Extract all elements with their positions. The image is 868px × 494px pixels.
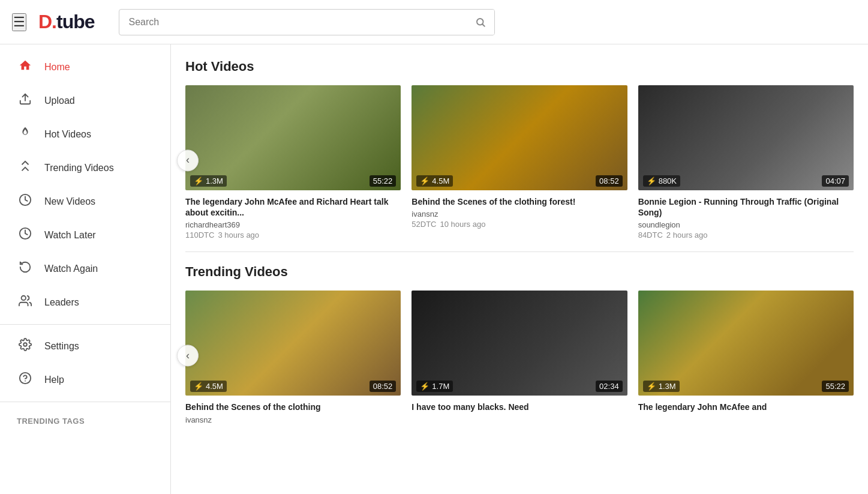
- sidebar-item-home[interactable]: Home: [0, 50, 170, 84]
- sidebar-label-watch-later: Watch Later: [44, 230, 96, 241]
- trending-tags-label: TRENDING TAGS: [0, 407, 170, 430]
- hot-video-card-2[interactable]: ⚡ 4.5M 08:52 Behind the Scenes of the cl…: [412, 85, 627, 239]
- content-area: Hot Videos ‹ ⚡ 1.3M 55:22: [171, 44, 868, 494]
- hot-video-thumb-2: ⚡ 4.5M 08:52: [412, 85, 627, 190]
- logo[interactable]: D.tube: [38, 11, 95, 33]
- trending-video-card-1[interactable]: ⚡ 4.5M 08:52 Behind the Scenes of the cl…: [185, 291, 401, 425]
- trending-videos-section: Trending Videos ‹ ⚡ 4.5M 08:52: [185, 264, 854, 425]
- thumb-power-1: ⚡ 1.3M: [190, 175, 227, 187]
- trending-thumb-overlay-2: ⚡ 1.7M 02:34: [412, 377, 627, 396]
- svg-point-6: [23, 343, 27, 346]
- hot-video-author-1: richardheart369: [185, 220, 401, 229]
- upload-icon: [17, 92, 34, 109]
- hot-videos-icon: [17, 126, 34, 143]
- power-icon-3: ⚡: [647, 176, 656, 185]
- trending-power-icon-2: ⚡: [420, 382, 430, 391]
- trending-power-value-3: 1.3M: [659, 382, 676, 391]
- hot-video-title-2: Behind the Scenes of the clothing forest…: [412, 196, 627, 207]
- search-input[interactable]: [119, 17, 467, 28]
- logo-text: D.tube: [38, 11, 95, 33]
- hot-video-card-1[interactable]: ⚡ 1.3M 55:22 The legendary John McAfee a…: [185, 85, 401, 239]
- hot-video-meta-2: ivansnz 52DTC 10 hours ago: [412, 209, 627, 229]
- sidebar-item-new-videos[interactable]: New Videos: [0, 185, 170, 218]
- trending-video-thumb-3: ⚡ 1.3M 55:22: [638, 291, 854, 396]
- sidebar: Home Upload Hot Videos Trending Videos N…: [0, 44, 171, 494]
- trending-thumb-power-3: ⚡ 1.3M: [643, 381, 680, 392]
- sidebar-item-leaders[interactable]: Leaders: [0, 286, 170, 319]
- sidebar-item-hot-videos[interactable]: Hot Videos: [0, 118, 170, 151]
- logo-tube: tube: [56, 11, 95, 32]
- hot-video-time-3: 2 hours ago: [666, 230, 708, 239]
- trending-thumb-duration-3: 55:22: [822, 381, 849, 392]
- home-icon: [17, 59, 34, 76]
- hot-videos-section: Hot Videos ‹ ⚡ 1.3M 55:22: [185, 59, 854, 239]
- hot-video-stats-2: 52DTC 10 hours ago: [412, 220, 627, 229]
- thumb-duration-1: 55:22: [370, 175, 397, 187]
- trending-thumb-power-2: ⚡ 1.7M: [416, 381, 453, 392]
- hot-videos-prev-button[interactable]: ‹: [177, 149, 199, 171]
- thumb-overlay-2: ⚡ 4.5M 08:52: [412, 172, 627, 190]
- trending-videos-carousel: ‹ ⚡ 4.5M 08:52: [185, 291, 854, 425]
- power-value-3: 880K: [659, 176, 677, 185]
- search-bar: [119, 9, 495, 35]
- trending-power-value-1: 4.5M: [206, 382, 223, 391]
- hot-video-meta-1: richardheart369 110DTC 3 hours ago: [185, 220, 401, 239]
- help-icon: [17, 372, 34, 388]
- trending-video-title-1: Behind the Scenes of the clothing: [185, 402, 401, 412]
- sidebar-label-new-videos: New Videos: [44, 196, 95, 207]
- thumb-duration-3: 04:07: [822, 175, 849, 187]
- thumb-duration-2: 08:52: [596, 175, 623, 187]
- hot-video-stats-1: 110DTC 3 hours ago: [185, 230, 401, 239]
- trending-video-title-2: I have too many blacks. Need: [412, 402, 627, 412]
- power-icon-1: ⚡: [194, 176, 203, 185]
- hot-video-meta-3: soundlegion 84DTC 2 hours ago: [638, 220, 854, 239]
- trending-video-title-3: The legendary John McAfee and: [638, 402, 854, 412]
- thumb-power-2: ⚡ 4.5M: [416, 175, 453, 187]
- hot-video-title-1: The legendary John McAfee and Richard He…: [185, 196, 401, 218]
- power-value-1: 1.3M: [206, 176, 223, 185]
- sidebar-item-trending-videos[interactable]: Trending Videos: [0, 151, 170, 185]
- hot-videos-grid: ⚡ 1.3M 55:22 The legendary John McAfee a…: [185, 85, 854, 239]
- trending-power-icon-3: ⚡: [647, 382, 656, 391]
- trending-power-value-2: 1.7M: [432, 382, 449, 391]
- power-icon-2: ⚡: [420, 176, 430, 185]
- section-divider: [185, 252, 854, 252]
- thumb-overlay-3: ⚡ 880K 04:07: [638, 172, 854, 190]
- sidebar-label-leaders: Leaders: [44, 297, 79, 308]
- trending-videos-title: Trending Videos: [185, 264, 854, 280]
- hot-video-time-1: 3 hours ago: [218, 230, 259, 239]
- logo-dot: .: [52, 11, 56, 32]
- trending-video-meta-1: ivansnz: [185, 415, 401, 424]
- sidebar-item-settings[interactable]: Settings: [0, 330, 170, 363]
- sidebar-item-watch-later[interactable]: Watch Later: [0, 218, 170, 252]
- trending-icon: [17, 160, 34, 176]
- trending-videos-prev-button[interactable]: ‹: [177, 345, 199, 367]
- trending-video-author-1: ivansnz: [185, 415, 401, 424]
- new-videos-icon: [17, 193, 34, 210]
- power-value-2: 4.5M: [432, 176, 449, 185]
- watch-again-icon: [17, 261, 34, 277]
- hot-video-dtc-1: 110DTC: [185, 230, 214, 239]
- trending-video-card-2[interactable]: ⚡ 1.7M 02:34 I have too many blacks. Nee…: [412, 291, 627, 425]
- header: ☰ D.tube: [0, 0, 868, 44]
- sidebar-divider-2: [0, 402, 170, 402]
- sidebar-item-watch-again[interactable]: Watch Again: [0, 252, 170, 286]
- sidebar-label-home: Home: [44, 62, 70, 73]
- sidebar-label-settings: Settings: [44, 341, 79, 352]
- hot-video-card-3[interactable]: ⚡ 880K 04:07 Bonnie Legion - Running Thr…: [638, 85, 854, 239]
- trending-thumb-duration-1: 08:52: [370, 381, 397, 392]
- watch-later-icon: [17, 227, 34, 244]
- trending-video-thumb-2: ⚡ 1.7M 02:34: [412, 291, 627, 396]
- hot-videos-title: Hot Videos: [185, 59, 854, 74]
- trending-video-card-3[interactable]: ⚡ 1.3M 55:22 The legendary John McAfee a…: [638, 291, 854, 425]
- svg-line-1: [482, 24, 484, 26]
- main-layout: Home Upload Hot Videos Trending Videos N…: [0, 44, 868, 494]
- settings-icon: [17, 338, 34, 355]
- menu-button[interactable]: ☰: [12, 13, 26, 31]
- svg-point-5: [22, 296, 26, 300]
- sidebar-item-upload[interactable]: Upload: [0, 84, 170, 118]
- trending-video-thumb-1: ⚡ 4.5M 08:52: [185, 291, 401, 396]
- sidebar-divider: [0, 324, 170, 325]
- sidebar-item-help[interactable]: Help: [0, 363, 170, 397]
- search-button[interactable]: [467, 10, 494, 35]
